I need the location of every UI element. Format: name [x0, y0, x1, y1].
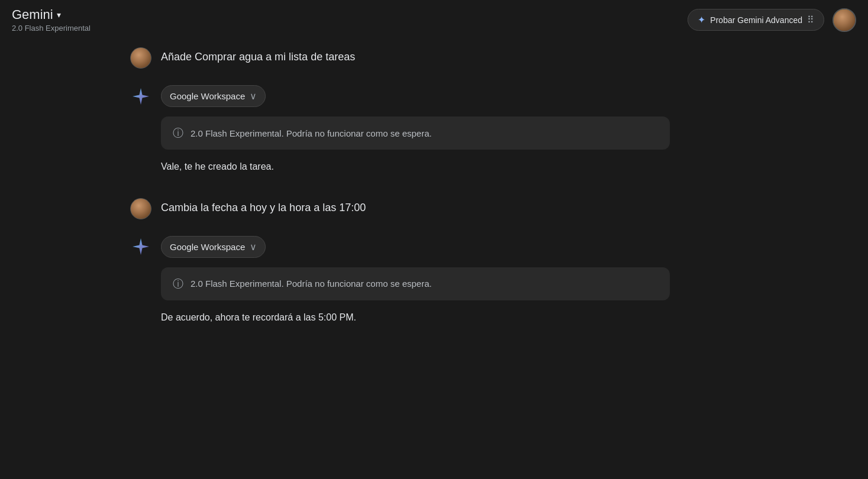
user-text-1: Añade Comprar agua a mi lista de tareas: [161, 47, 355, 63]
workspace-label-2: Google Workspace: [170, 242, 245, 252]
workspace-chevron-1: ∨: [250, 90, 257, 102]
svg-marker-0: [133, 88, 149, 105]
ai-response-1: Google Workspace ∨ ⓘ 2.0 Flash Experimen…: [130, 85, 738, 174]
workspace-chevron-2: ∨: [250, 241, 257, 253]
workspace-label-1: Google Workspace: [170, 91, 245, 101]
ai-header-row-1: Google Workspace ∨: [130, 85, 738, 107]
message-group-2: Cambia la fecha a hoy y la hora a las 17…: [130, 198, 738, 325]
ai-reply-2: De acuerdo, ahora te recordará a las 5:0…: [161, 310, 738, 325]
header-title: Gemini ▾: [12, 7, 91, 22]
info-icon-2: ⓘ: [173, 277, 183, 291]
main-content: Añade Comprar agua a mi lista de tareas: [0, 0, 868, 479]
user-message-2: Cambia la fecha a hoy y la hora a las 17…: [130, 198, 738, 219]
header-right: ✦ Probar Gemini Advanced ⠿: [688, 8, 856, 32]
ai-header-row-2: Google Workspace ∨: [130, 236, 738, 258]
info-text-2: 2.0 Flash Experimental. Podría no funcio…: [191, 279, 432, 289]
info-text-1: 2.0 Flash Experimental. Podría no funcio…: [191, 128, 432, 138]
avatar-image: [834, 9, 855, 31]
workspace-badge-1[interactable]: Google Workspace ∨: [161, 85, 266, 107]
user-avatar-2: [130, 198, 151, 219]
workspace-badge-2[interactable]: Google Workspace ∨: [161, 236, 266, 258]
message-group-1: Añade Comprar agua a mi lista de tareas: [130, 47, 738, 174]
app-header: Gemini ▾ 2.0 Flash Experimental ✦ Probar…: [0, 0, 868, 40]
ai-reply-1: Vale, te he creado la tarea.: [161, 159, 738, 174]
star-svg-2: [131, 237, 150, 256]
sparkle-icon: ✦: [698, 14, 705, 25]
user-text-2: Cambia la fecha a hoy y la hora a las 17…: [161, 198, 366, 214]
model-dropdown-button[interactable]: ▾: [57, 10, 61, 20]
info-box-2: ⓘ 2.0 Flash Experimental. Podría no func…: [161, 267, 670, 300]
header-left: Gemini ▾ 2.0 Flash Experimental: [12, 7, 91, 33]
user-avatar-1: [130, 47, 151, 69]
try-advanced-button[interactable]: ✦ Probar Gemini Advanced ⠿: [688, 9, 824, 31]
app-subtitle: 2.0 Flash Experimental: [12, 24, 91, 33]
grid-icon: ⠿: [807, 14, 814, 25]
info-box-1: ⓘ 2.0 Flash Experimental. Podría no func…: [161, 116, 670, 150]
svg-marker-1: [133, 238, 149, 255]
conversation-list: Añade Comprar agua a mi lista de tareas: [130, 47, 738, 348]
gemini-sparkle-icon-1: [130, 86, 151, 107]
try-advanced-label: Probar Gemini Advanced: [710, 15, 802, 25]
info-icon-1: ⓘ: [173, 126, 183, 140]
ai-response-2: Google Workspace ∨ ⓘ 2.0 Flash Experimen…: [130, 236, 738, 325]
user-message-1: Añade Comprar agua a mi lista de tareas: [130, 47, 738, 69]
gemini-sparkle-icon-2: [130, 236, 151, 257]
app-name: Gemini: [12, 7, 53, 22]
star-svg-1: [131, 87, 150, 106]
user-avatar-button[interactable]: [832, 8, 856, 32]
